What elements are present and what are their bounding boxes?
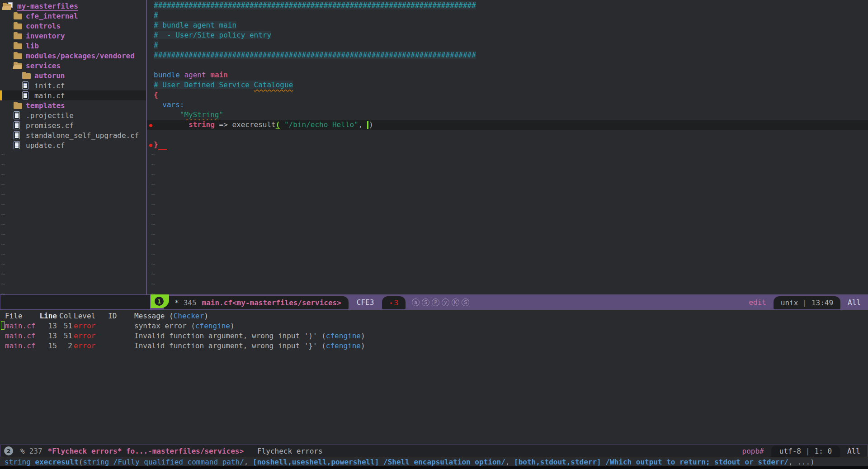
folder-icon <box>14 24 22 29</box>
flycheck-cell: 13 <box>39 322 57 330</box>
flycheck-error-row[interactable]: main.cf1351errorInvalid function argumen… <box>0 331 868 341</box>
code-line-8[interactable]: bundle agent main <box>147 71 868 81</box>
code-token: Catalogue <box>254 81 293 89</box>
flycheck-header-cell: Col <box>57 312 72 320</box>
eldoc-segment: string <box>5 458 35 466</box>
code-line-1[interactable]: ########################################… <box>147 1 868 11</box>
tree-icon-box <box>14 111 26 119</box>
code-line-7[interactable] <box>147 61 868 71</box>
flycheck-cell: error <box>72 322 108 330</box>
tree-item-update.cf[interactable]: update.cf <box>0 140 146 150</box>
flycheck-errors-window[interactable]: FileLineColLevelIDMessage (Checker)main.… <box>0 310 868 445</box>
flycheck-error-row[interactable]: main.cf152errorInvalid function argument… <box>0 341 868 351</box>
code-token: # <box>154 11 158 19</box>
code-line-2[interactable]: # <box>147 11 868 21</box>
flycheck-message: Invalid function argument, wrong input '… <box>134 332 868 340</box>
code-token: # bundle agent main <box>154 21 236 29</box>
emacs-frame: my-masterfilescfe_internalcontrolsinvent… <box>0 0 868 469</box>
code-line-5[interactable]: # <box>147 41 868 51</box>
code-token: # - User/Site policy entry <box>154 31 271 39</box>
code-token: ) <box>369 120 373 129</box>
code-token: vars: <box>162 100 184 109</box>
tree-item-my-masterfiles[interactable]: my-masterfiles <box>0 1 146 11</box>
flycheck-cell: error <box>72 332 108 340</box>
code-line-13[interactable]: string => execresult( "/bin/echo Hello",… <box>147 120 868 130</box>
text-cursor <box>367 121 368 129</box>
tree-item-init.cf[interactable]: init.cf <box>0 81 146 90</box>
empty-line-tilde: ~ <box>147 230 868 240</box>
fringe-error-dot-icon <box>149 144 152 147</box>
tree-item-.projectile[interactable]: .projectile <box>0 110 146 120</box>
code-line-15[interactable]: } <box>147 140 868 150</box>
treemacs-sidebar[interactable]: my-masterfilescfe_internalcontrolsinvent… <box>0 0 146 294</box>
tree-item-services[interactable]: services <box>0 61 146 71</box>
buffer-name[interactable]: *Flycheck errors* fo...-masterfiles/serv… <box>48 447 244 455</box>
window-number-segment: 1 <box>151 294 169 308</box>
tree-item-templates[interactable]: templates <box>0 100 146 110</box>
tree-item-label: main.cf <box>34 91 65 100</box>
tree-item-cfe_internal[interactable]: cfe_internal <box>0 11 146 21</box>
empty-line-tilde: ~ <box>0 180 146 190</box>
major-mode[interactable]: CFE3 <box>349 298 382 307</box>
code-token <box>280 120 284 129</box>
tree-item-label: promises.cf <box>26 121 74 130</box>
empty-line-tilde: ~ <box>0 230 146 240</box>
flycheck-counter-segment[interactable]: •3 <box>382 296 406 309</box>
empty-line-tilde: ~ <box>0 240 146 250</box>
eldoc-segment: , ...) <box>788 458 815 466</box>
tree-icon-box <box>14 141 26 149</box>
flycheck-header-cell: ID <box>108 312 134 320</box>
code-token <box>206 71 211 79</box>
tree-icon-box <box>14 62 26 69</box>
buffer-name[interactable]: main.cf<my-masterfiles/services> <box>202 298 341 307</box>
empty-line-tilde: ~ <box>0 289 146 294</box>
tree-item-autorun[interactable]: autorun <box>0 71 146 81</box>
tree-item-main.cf[interactable]: main.cf <box>0 90 146 100</box>
buffer-size: 237 <box>29 447 42 455</box>
major-mode[interactable]: Flycheck errors <box>257 447 323 455</box>
editing-state: edit <box>749 298 774 307</box>
code-line-14[interactable] <box>147 130 868 140</box>
tree-icon-box <box>14 52 26 59</box>
tree-item-modules/packages/vendored[interactable]: modules/packages/vendored <box>0 51 146 61</box>
tree-item-label: my-masterfiles <box>17 2 78 10</box>
scroll-indicator: All <box>840 447 868 455</box>
code-token: # User Defined Service <box>154 81 254 89</box>
tree-icon-box <box>22 91 34 99</box>
modified-indicator: * <box>175 298 179 307</box>
popb-indicator: popb# <box>742 447 771 455</box>
folder-icon <box>14 43 22 49</box>
code-line-12[interactable]: "MyString" <box>147 110 868 120</box>
empty-line-tilde: ~ <box>0 190 146 200</box>
code-line-3[interactable]: # bundle agent main <box>147 21 868 31</box>
code-line-9[interactable]: # User Defined Service Catalogue <box>147 81 868 90</box>
tree-item-inventory[interactable]: inventory <box>0 31 146 41</box>
code-editor-window[interactable]: ########################################… <box>147 0 868 294</box>
eldoc-segment: , <box>244 458 253 466</box>
tree-item-standalone_self_upgrade.cf[interactable]: standalone_self_upgrade.cf <box>0 130 146 140</box>
encoding: utf-8 <box>779 447 801 455</box>
code-token: { <box>154 90 158 99</box>
code-token: MyString <box>184 110 219 119</box>
error-bullet-icon: • <box>389 300 392 307</box>
flycheck-error-row[interactable]: main.cf1351errorsyntax error (cfengine) <box>0 321 868 331</box>
tree-item-promises.cf[interactable]: promises.cf <box>0 120 146 130</box>
tree-item-controls[interactable]: controls <box>0 21 146 31</box>
code-line-11[interactable]: vars: <box>147 100 868 110</box>
flycheck-header-cell: Level <box>72 312 108 320</box>
code-line-10[interactable]: { <box>147 90 868 100</box>
code-token: main <box>210 71 228 79</box>
code-line-4[interactable]: # - User/Site policy entry <box>147 31 868 41</box>
code-line-6[interactable]: ########################################… <box>147 51 868 61</box>
empty-line-tilde: ~ <box>147 190 868 200</box>
tree-item-label: templates <box>26 101 65 110</box>
flycheck-cell: 2 <box>57 341 72 350</box>
empty-line-tilde: ~ <box>0 270 146 280</box>
empty-line-tilde: ~ <box>147 160 868 170</box>
minor-mode-k-icon: K <box>452 298 459 306</box>
treemacs-modeline <box>0 294 151 310</box>
flycheck-cell: main.cf <box>5 341 39 350</box>
empty-line-tilde: ~ <box>147 240 868 250</box>
tree-item-lib[interactable]: lib <box>0 41 146 51</box>
tree-item-label: modules/packages/vendored <box>26 52 135 60</box>
